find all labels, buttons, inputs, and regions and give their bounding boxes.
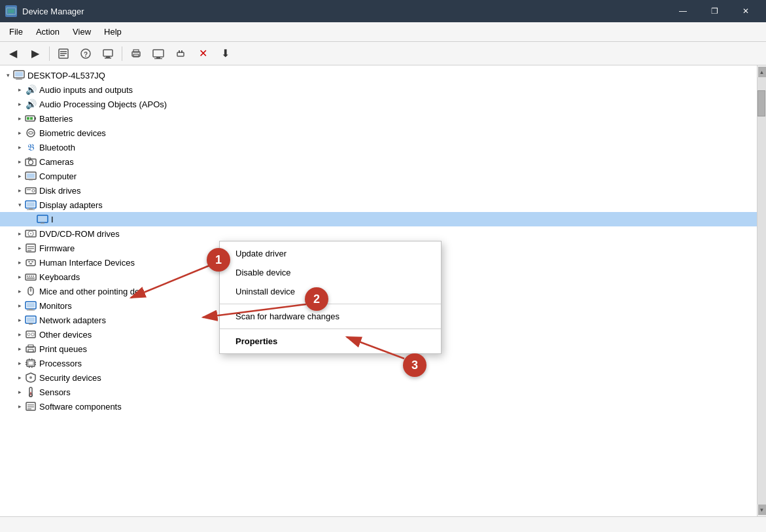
svg-rect-62 — [27, 277, 35, 279]
svg-point-89 — [29, 376, 32, 379]
keyboards-icon — [25, 271, 37, 283]
tree-display-child[interactable]: I — [0, 212, 757, 226]
ctx-uninstall-device[interactable]: Uninstall device — [220, 282, 441, 301]
batteries-expand[interactable] — [14, 113, 25, 124]
computer-expand[interactable] — [14, 171, 25, 181]
minimize-button[interactable]: — — [668, 0, 698, 22]
tree-display[interactable]: Display adapters — [0, 198, 757, 212]
computer-label: Computer — [39, 171, 77, 181]
audio-expand[interactable] — [14, 84, 25, 95]
ctx-disable-device[interactable]: Disable device — [220, 263, 441, 282]
forward-button[interactable]: ▶ — [25, 44, 46, 63]
scrollbar[interactable]: ▲ ▼ — [757, 65, 766, 516]
sensors-expand[interactable] — [14, 387, 25, 397]
plugin-button[interactable] — [170, 44, 191, 63]
security-icon — [25, 372, 37, 383]
disk-expand[interactable] — [14, 185, 25, 196]
svg-rect-24 — [16, 79, 22, 80]
security-expand[interactable] — [14, 372, 25, 383]
computer-icon — [13, 69, 25, 81]
scroll-thumb[interactable] — [757, 90, 765, 116]
context-menu: Update driver Disable device Uninstall d… — [219, 241, 442, 354]
help-button[interactable]: ? — [75, 44, 96, 63]
biometric-expand[interactable] — [14, 128, 25, 138]
hid-expand[interactable] — [14, 257, 25, 268]
svg-rect-45 — [41, 222, 44, 224]
processors-expand[interactable] — [14, 358, 25, 368]
svg-rect-55 — [31, 261, 33, 262]
biometric-label: Biometric devices — [39, 128, 106, 138]
svg-rect-35 — [29, 179, 33, 181]
bluetooth-expand[interactable] — [14, 142, 25, 152]
scroll-track[interactable] — [757, 77, 766, 505]
menu-help[interactable]: Help — [97, 24, 128, 39]
scroll-down[interactable]: ▼ — [758, 505, 766, 515]
window-title: Device Manager — [22, 7, 668, 16]
tree-software[interactable]: Software components — [0, 399, 757, 414]
svg-rect-34 — [27, 173, 35, 178]
tree-computer[interactable]: Computer — [0, 169, 757, 183]
other-expand[interactable] — [14, 329, 25, 340]
cameras-icon — [25, 156, 37, 168]
close-button[interactable]: ✕ — [731, 0, 761, 22]
titlebar: Device Manager — ❐ ✕ — [0, 0, 766, 22]
menu-action[interactable]: Action — [29, 24, 66, 39]
cameras-expand[interactable] — [14, 156, 25, 167]
mice-expand[interactable] — [14, 286, 25, 296]
svg-rect-96 — [27, 408, 31, 410]
tree-diskdrives[interactable]: Disk drives — [0, 183, 757, 198]
svg-point-74 — [27, 333, 30, 336]
svg-rect-68 — [29, 309, 33, 310]
tree-batteries[interactable]: Batteries — [0, 111, 757, 126]
tree-processors[interactable]: Processors — [0, 356, 757, 370]
tree-cameras[interactable]: Cameras — [0, 154, 757, 169]
svg-point-48 — [30, 233, 31, 234]
tree-sensors[interactable]: Sensors — [0, 385, 757, 399]
scan-devices-button[interactable] — [97, 44, 118, 63]
menu-file[interactable]: File — [3, 24, 29, 39]
svg-rect-84 — [31, 366, 33, 368]
scroll-up[interactable]: ▲ — [758, 67, 766, 77]
monitors-expand[interactable] — [14, 300, 25, 311]
back-button[interactable]: ◀ — [3, 44, 24, 63]
svg-rect-77 — [28, 345, 33, 347]
download-button[interactable]: ⬇ — [215, 44, 235, 63]
dvd-expand[interactable] — [14, 228, 25, 239]
print-button[interactable] — [126, 44, 147, 63]
svg-point-38 — [32, 190, 35, 192]
ctx-update-driver[interactable]: Update driver — [220, 244, 441, 263]
monitors-label: Monitors — [39, 301, 72, 311]
tree-root[interactable]: DESKTOP-4L537JQ — [0, 68, 757, 82]
tree-dvd[interactable]: DVD/CD-ROM drives — [0, 226, 757, 241]
svg-rect-13 — [133, 50, 139, 52]
svg-text:?: ? — [84, 50, 88, 58]
toolbar-separator-2 — [122, 46, 122, 61]
tree-security[interactable]: Security devices — [0, 370, 757, 385]
network-expand[interactable] — [14, 315, 25, 325]
ctx-scan-hardware[interactable]: Scan for hardware changes — [220, 307, 441, 326]
firmware-expand[interactable] — [14, 243, 25, 253]
display-child-label: I — [51, 215, 54, 224]
tree-biometric[interactable]: Biometric devices — [0, 126, 757, 140]
software-expand[interactable] — [14, 401, 25, 412]
svg-rect-40 — [27, 202, 35, 207]
keyboards-expand[interactable] — [14, 272, 25, 282]
svg-rect-80 — [28, 361, 33, 365]
uninstall-button[interactable]: ✕ — [192, 44, 213, 63]
tree-bluetooth[interactable]: 𝔅 Bluetooth — [0, 140, 757, 154]
root-expand[interactable] — [3, 70, 13, 80]
apo-expand[interactable] — [14, 99, 25, 109]
monitor-button[interactable] — [148, 44, 169, 63]
maximize-button[interactable]: ❐ — [699, 0, 729, 22]
ctx-properties[interactable]: Properties — [220, 332, 441, 351]
print-expand[interactable] — [14, 344, 25, 354]
properties-button[interactable] — [53, 44, 74, 63]
display-expand[interactable] — [14, 200, 25, 210]
svg-rect-37 — [27, 189, 31, 190]
tree-audio[interactable]: 🔊 Audio inputs and outputs — [0, 82, 757, 97]
bluetooth-label: Bluetooth — [39, 143, 75, 152]
menu-view[interactable]: View — [66, 24, 97, 39]
tree-apo[interactable]: 🔊 Audio Processing Objects (APOs) — [0, 97, 757, 111]
biometric-icon — [25, 127, 37, 139]
ctx-separator-1 — [220, 304, 441, 304]
